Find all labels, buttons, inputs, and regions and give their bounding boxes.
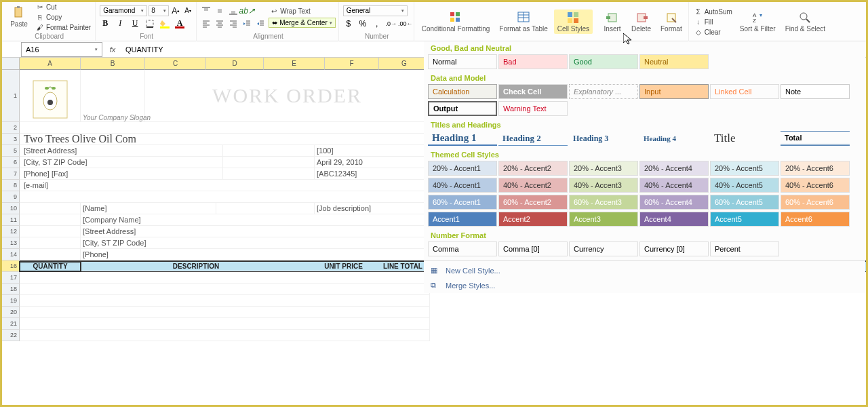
col-header[interactable]: C [145,58,206,70]
style-swatch[interactable]: Accent2 [498,212,568,227]
style-title[interactable]: Title [710,131,779,146]
style-swatch[interactable]: Accent1 [428,212,497,227]
fx-button[interactable]: fx [102,45,123,54]
style-output[interactable]: Output [428,101,497,116]
style-swatch[interactable]: Currency [0] [639,241,709,256]
style-swatch[interactable]: Currency [569,241,638,256]
line-total-header[interactable]: LINE TOTAL [376,262,430,271]
row-header[interactable]: 18 [2,284,20,295]
style-linked-cell[interactable]: Linked Cell [710,84,779,99]
cell[interactable]: [Company Name] [81,214,430,226]
percent-format-button[interactable]: % [357,18,368,29]
slogan-cell[interactable]: Your Company Slogan [81,70,145,122]
copy-button[interactable]: ⎘Copy [35,12,92,22]
row-header[interactable]: 21 [2,318,20,330]
style-good[interactable]: Good [569,54,638,69]
unit-price-header[interactable]: UNIT PRICE [311,262,376,271]
comma-format-button[interactable]: , [372,18,382,29]
style-swatch[interactable]: 40% - Accent4 [639,178,709,193]
style-swatch[interactable]: Percent [710,241,779,256]
row-header[interactable]: 5 [2,145,20,157]
style-heading2[interactable]: Heading 2 [498,131,568,146]
style-swatch[interactable]: 20% - Accent6 [781,161,850,176]
style-check-cell[interactable]: Check Cell [498,84,568,99]
style-swatch[interactable]: 60% - Accent3 [569,195,638,210]
paste-button[interactable]: Paste [6,5,32,29]
style-total[interactable]: Total [781,131,850,146]
accounting-format-button[interactable]: $ [343,18,354,29]
cell[interactable]: [ABC12345] [315,168,430,180]
style-calculation[interactable]: Calculation [428,84,497,99]
cell[interactable]: [e-mail] [20,180,430,191]
style-swatch[interactable]: 20% - Accent4 [639,161,709,176]
row-header[interactable]: 10 [2,203,20,214]
col-header[interactable]: F [325,58,379,70]
grow-font-button[interactable]: A▴ [170,5,181,16]
style-swatch[interactable]: 60% - Accent4 [639,195,709,210]
style-swatch[interactable]: 20% - Accent1 [428,161,497,176]
col-header[interactable]: G [379,58,430,70]
new-cell-style-button[interactable]: ▦New Cell Style... [424,263,865,278]
font-color-button[interactable]: A [174,18,185,29]
cell[interactable]: [Job description] [315,203,430,214]
style-swatch[interactable]: 20% - Accent3 [569,161,638,176]
company-name-cell[interactable]: Two Trees Olive Oil Com [20,134,430,145]
align-bottom-button[interactable] [228,5,239,16]
row-header[interactable]: 16 [2,260,20,272]
col-header[interactable]: E [264,58,325,70]
cell[interactable]: [Street Address] [20,145,223,157]
row-header[interactable]: 2 [2,122,20,134]
name-box[interactable]: A16▾ [21,42,102,57]
style-swatch[interactable]: 60% - Accent1 [428,195,497,210]
row-header[interactable]: 17 [2,272,20,284]
row-header[interactable]: 12 [2,226,20,237]
row-header[interactable]: 13 [2,237,20,249]
format-as-table-button[interactable]: Format as Table [496,9,551,34]
autosum-button[interactable]: ΣAutoSum [693,7,734,16]
cut-button[interactable]: ✂Cut [35,2,92,12]
align-right-button[interactable] [228,18,239,29]
style-swatch[interactable]: 60% - Accent6 [781,195,850,210]
number-format-combo[interactable]: General▾ [343,5,408,16]
quantity-header[interactable]: QUANTITY [20,262,81,271]
sort-filter-button[interactable]: AZSort & Filter [736,9,779,34]
font-family-combo[interactable]: Garamond▾ [100,5,147,16]
font-size-combo[interactable]: 8▾ [149,5,169,16]
description-header[interactable]: DESCRIPTION [81,262,311,271]
style-swatch[interactable]: 40% - Accent5 [710,178,779,193]
shrink-font-button[interactable]: A▾ [182,5,193,16]
col-header[interactable]: D [206,58,264,70]
cell[interactable]: [Name] [81,203,216,214]
style-neutral[interactable]: Neutral [639,54,709,69]
style-swatch[interactable]: Accent6 [781,212,850,227]
cell[interactable]: [City, ST ZIP Code] [81,237,430,249]
row-header[interactable]: 11 [2,214,20,226]
style-swatch[interactable]: Accent4 [639,212,709,227]
fill-button[interactable]: ↓Fill [693,17,734,26]
row-header[interactable]: 9 [2,191,20,203]
style-swatch[interactable]: Accent3 [569,212,638,227]
style-normal[interactable]: Normal [428,54,497,69]
style-heading4[interactable]: Heading 4 [639,131,709,146]
increase-indent-button[interactable] [255,18,266,29]
col-header[interactable]: B [81,58,145,70]
style-swatch[interactable]: 60% - Accent5 [710,195,779,210]
row-header[interactable]: 14 [2,249,20,260]
increase-decimal-button[interactable]: .0→ [386,18,397,29]
row-header[interactable]: 6 [2,157,20,168]
style-swatch[interactable]: Comma [428,241,497,256]
style-swatch[interactable]: 20% - Accent2 [498,161,568,176]
find-select-button[interactable]: Find & Select [782,9,829,34]
style-input[interactable]: Input [639,84,709,99]
style-swatch[interactable]: 20% - Accent5 [710,161,779,176]
row-header[interactable]: 7 [2,168,20,180]
decrease-indent-button[interactable] [241,18,252,29]
style-swatch[interactable]: 40% - Accent1 [428,178,497,193]
row-header[interactable]: 1 [2,70,20,122]
style-heading1[interactable]: Heading 1 [428,131,497,146]
delete-cells-button[interactable]: Delete [628,9,654,34]
align-center-button[interactable] [214,18,225,29]
cell[interactable]: [100] [315,145,430,157]
bold-button[interactable]: B [100,18,111,29]
select-all-corner[interactable] [2,58,20,70]
